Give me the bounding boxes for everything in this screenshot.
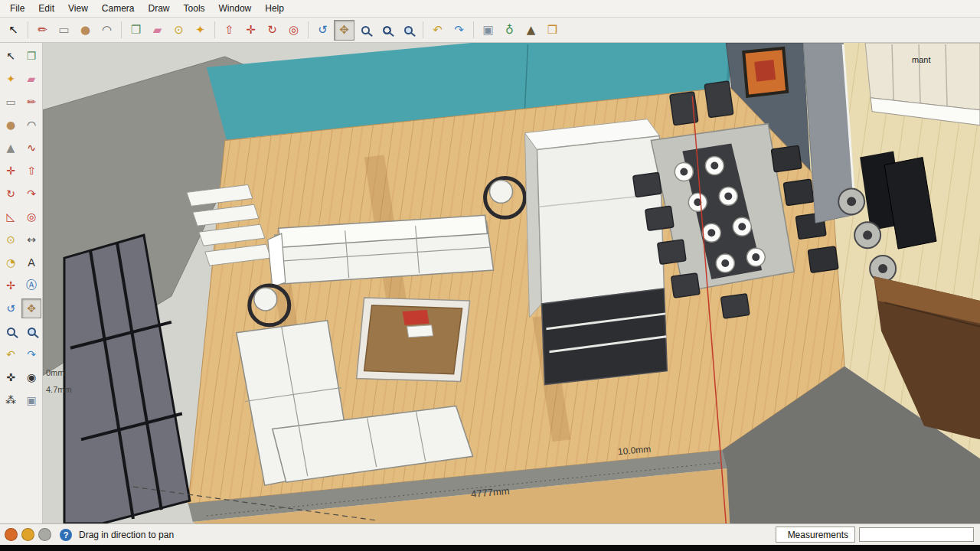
- palette-tape-measure-button[interactable]: ⊙: [1, 230, 21, 249]
- menu-help[interactable]: Help: [258, 1, 291, 16]
- toolbar-eraser-button[interactable]: ▰: [147, 20, 168, 41]
- palette-arc-button[interactable]: ◠: [21, 115, 41, 135]
- palette-paint-bucket-button[interactable]: ✦: [1, 69, 21, 89]
- push-pull-icon: ⇧: [27, 165, 36, 177]
- circle-icon: ●: [80, 23, 90, 37]
- measurements-input[interactable]: [859, 527, 974, 542]
- palette-follow-me-button[interactable]: ↷: [21, 184, 41, 204]
- toolbar-arc-button[interactable]: ◠: [96, 20, 117, 41]
- palette-section-plane-button[interactable]: ▣: [21, 390, 41, 410]
- palette-walk-button[interactable]: ⁂: [1, 390, 21, 410]
- coffee-table[interactable]: [357, 298, 470, 382]
- menu-edit[interactable]: Edit: [31, 1, 61, 16]
- palette-zoom-extents-button[interactable]: [21, 321, 41, 341]
- toolbar-zoom-extents-button[interactable]: [398, 20, 419, 41]
- model-scene: 4777mm 10.0mm 0mm 4.7mm mant: [43, 43, 980, 523]
- palette-polygon-button[interactable]: ▲: [1, 138, 21, 158]
- follow-me-icon: ↷: [27, 187, 36, 200]
- toolbar-section-plane-button[interactable]: ▣: [478, 20, 498, 41]
- toolbar-add-location-button[interactable]: ♁: [499, 20, 520, 41]
- dimension-icon: ↔: [27, 233, 36, 246]
- viewport-canvas[interactable]: 4777mm 10.0mm 0mm 4.7mm mant: [43, 43, 980, 523]
- arc-icon: ◠: [27, 119, 36, 131]
- main-toolbar: ↖ ✏ ▭ ● ◠ ❐ ▰ ⊙ ✦ ⇧ ✛ ↻ ◎ ↺ ✥ ↶ ↷ ▣ ♁ ▲ …: [0, 18, 980, 43]
- palette-orbit-button[interactable]: ↺: [1, 298, 21, 318]
- toolbar-move-button[interactable]: ✛: [240, 20, 261, 41]
- scale-icon: ◺: [7, 210, 15, 223]
- palette-3d-text-button[interactable]: Ⓐ: [21, 276, 41, 295]
- toolbar-rotate-button[interactable]: ↻: [262, 20, 283, 41]
- circle-icon: ●: [6, 119, 15, 131]
- toolbar-select-button[interactable]: ↖: [3, 20, 24, 41]
- palette-text-button[interactable]: A: [21, 253, 41, 272]
- toolbar-zoom-button[interactable]: [355, 20, 376, 41]
- toolbar-zoom-window-button[interactable]: [377, 20, 397, 41]
- palette-eraser-button[interactable]: ▰: [21, 69, 41, 89]
- pencil-icon: ✏: [27, 96, 36, 108]
- credits-icon[interactable]: [38, 528, 51, 541]
- pan-hand-icon: ✥: [339, 23, 349, 37]
- palette-circle-button[interactable]: ●: [1, 115, 21, 135]
- menu-draw[interactable]: Draw: [142, 1, 177, 16]
- palette-previous-button[interactable]: ↶: [1, 344, 21, 364]
- palette-look-around-button[interactable]: ◉: [21, 367, 41, 387]
- menu-tools[interactable]: Tools: [177, 1, 212, 16]
- toolbar-circle-button[interactable]: ●: [75, 20, 96, 41]
- toolbar-toggle-terrain-button[interactable]: ▲: [521, 20, 541, 41]
- polygon-icon: ▲: [7, 142, 15, 154]
- push-pull-icon: ⇧: [224, 23, 234, 37]
- measurements-label: Measurements: [776, 527, 855, 543]
- menu-window[interactable]: Window: [212, 1, 259, 16]
- help-icon[interactable]: ?: [60, 529, 72, 541]
- toolbar-pan-button[interactable]: ✥: [334, 20, 354, 41]
- zoom-icon: [7, 328, 15, 336]
- palette-rotate-button[interactable]: ↻: [1, 184, 21, 204]
- palette-select-button[interactable]: ↖: [1, 46, 21, 66]
- palette-position-camera-button[interactable]: ✜: [1, 367, 21, 387]
- palette-offset-button[interactable]: ◎: [21, 207, 41, 227]
- terrain-icon: ▲: [527, 23, 536, 37]
- toolbar-separator: [214, 21, 215, 38]
- arc-icon: ◠: [102, 23, 112, 37]
- toolbar-orbit-button[interactable]: ↺: [312, 20, 333, 41]
- palette-freehand-button[interactable]: ∿: [21, 138, 41, 158]
- text-icon: A: [28, 256, 35, 269]
- palette-dimension-button[interactable]: ↔: [21, 230, 41, 249]
- toolbar-previous-button[interactable]: ↶: [427, 20, 448, 41]
- toolbar-next-button[interactable]: ↷: [449, 20, 469, 41]
- zoom-window-icon: [383, 26, 391, 34]
- dining-chair-end: [720, 294, 750, 318]
- toolbar-offset-button[interactable]: ◎: [283, 20, 304, 41]
- palette-protractor-button[interactable]: ◔: [1, 253, 21, 272]
- white-book: [407, 325, 433, 337]
- palette-zoom-button[interactable]: [1, 321, 21, 341]
- redo-view-icon: ↷: [454, 23, 464, 37]
- palette-push-pull-button[interactable]: ⇧: [21, 161, 41, 181]
- palette-make-component-button[interactable]: ❐: [21, 46, 41, 66]
- palette-axes-button[interactable]: ✢: [1, 276, 21, 295]
- toolbar-paint-bucket-button[interactable]: ✦: [190, 20, 211, 41]
- claim-model-icon[interactable]: [21, 528, 34, 541]
- freehand-icon: ∿: [27, 142, 36, 154]
- palette-move-button[interactable]: ✛: [1, 161, 21, 181]
- menu-camera[interactable]: Camera: [95, 1, 142, 16]
- rectangle-icon: ▭: [58, 23, 69, 37]
- palette-next-button[interactable]: ↷: [21, 344, 41, 364]
- palette-scale-button[interactable]: ◺: [1, 207, 21, 227]
- toolbar-push-pull-button[interactable]: ⇧: [219, 20, 240, 41]
- palette-rectangle-button[interactable]: ▭: [1, 92, 21, 112]
- menu-view[interactable]: View: [61, 1, 95, 16]
- move-icon: ✛: [6, 165, 15, 177]
- palette-pan-button[interactable]: ✥: [21, 298, 41, 318]
- menu-file[interactable]: File: [3, 1, 31, 16]
- toolbar-rectangle-button[interactable]: ▭: [54, 20, 74, 41]
- rotate-icon: ↻: [267, 23, 277, 37]
- kitchen-island[interactable]: [524, 119, 667, 385]
- toolbar-make-component-button[interactable]: ❐: [126, 20, 146, 41]
- toolbar-tape-measure-button[interactable]: ⊙: [168, 20, 189, 41]
- toolbar-photo-textures-button[interactable]: ❒: [542, 20, 563, 41]
- palette-line-button[interactable]: ✏: [21, 92, 41, 112]
- eraser-icon: ▰: [153, 23, 162, 37]
- geolocation-icon[interactable]: [5, 528, 18, 541]
- toolbar-line-button[interactable]: ✏: [32, 20, 53, 41]
